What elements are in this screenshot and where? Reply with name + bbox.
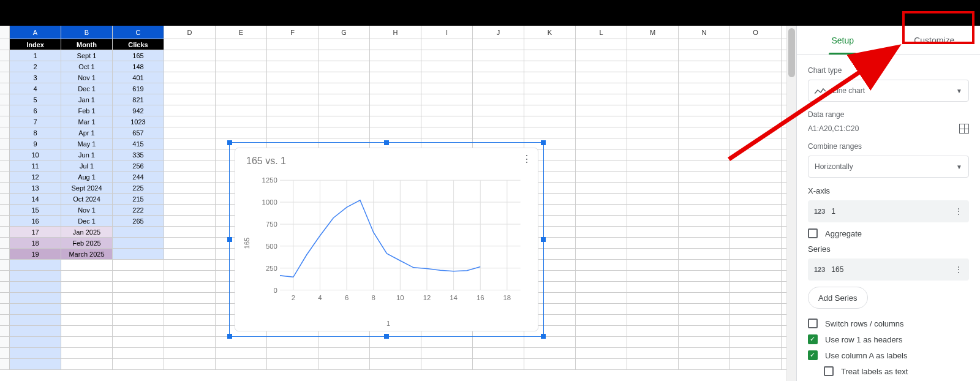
cell[interactable] xyxy=(627,72,679,83)
cell[interactable] xyxy=(524,50,576,61)
use-colA-checkbox[interactable] xyxy=(808,350,818,360)
cell[interactable] xyxy=(421,50,473,61)
cell[interactable]: 19 xyxy=(10,249,61,259)
cell[interactable]: 222 xyxy=(113,205,164,215)
col-header-D[interactable]: D xyxy=(164,26,216,39)
cell[interactable] xyxy=(627,172,679,182)
chart-card[interactable]: 165 vs. 1 ⋮ 165 1 0250500750100012502468… xyxy=(235,148,538,331)
cell[interactable] xyxy=(164,238,216,248)
cell[interactable] xyxy=(679,172,730,182)
cell[interactable] xyxy=(627,315,679,325)
cell[interactable] xyxy=(730,249,782,259)
cell[interactable] xyxy=(576,337,627,347)
cell[interactable] xyxy=(61,326,113,336)
cell[interactable]: 1023 xyxy=(113,116,164,127)
cell[interactable] xyxy=(576,72,627,83)
cell[interactable] xyxy=(730,271,782,281)
cell[interactable] xyxy=(679,271,730,281)
cell[interactable] xyxy=(267,39,318,50)
cell[interactable] xyxy=(267,61,318,72)
cell[interactable] xyxy=(576,149,627,160)
cell[interactable] xyxy=(627,348,679,358)
cell[interactable] xyxy=(164,194,216,204)
cell[interactable]: 244 xyxy=(113,172,164,182)
cell[interactable] xyxy=(576,50,627,61)
cell[interactable] xyxy=(164,348,216,358)
col-header-C[interactable]: C xyxy=(113,26,164,39)
cell[interactable] xyxy=(421,337,473,347)
cell[interactable]: 18 xyxy=(10,238,61,248)
cell[interactable] xyxy=(473,116,524,127)
cell[interactable] xyxy=(576,127,627,138)
cell[interactable] xyxy=(627,249,679,259)
cell[interactable] xyxy=(576,249,627,259)
cell[interactable]: 148 xyxy=(113,61,164,72)
resize-handle[interactable] xyxy=(227,237,232,242)
cell[interactable] xyxy=(730,326,782,336)
xaxis-chip[interactable]: 123 1 ⋮ xyxy=(808,200,969,222)
chart-menu-icon[interactable]: ⋮ xyxy=(522,153,532,165)
col-header-O[interactable]: O xyxy=(730,26,782,39)
cell[interactable]: Sept 2024 xyxy=(61,183,113,193)
cell[interactable] xyxy=(113,326,164,336)
cell[interactable] xyxy=(113,238,164,248)
col-header-K[interactable]: K xyxy=(524,26,576,39)
cell[interactable] xyxy=(318,72,370,83)
cell[interactable] xyxy=(421,116,473,127)
cell[interactable] xyxy=(421,39,473,50)
col-header-N[interactable]: N xyxy=(679,26,730,39)
cell[interactable] xyxy=(730,138,782,149)
cell[interactable] xyxy=(421,61,473,72)
cell[interactable] xyxy=(267,127,318,138)
cell[interactable]: 8 xyxy=(10,127,61,138)
cell[interactable] xyxy=(421,127,473,138)
cell[interactable] xyxy=(627,183,679,193)
cell[interactable] xyxy=(679,337,730,347)
cell[interactable]: Apr 1 xyxy=(61,127,113,138)
cell[interactable] xyxy=(318,127,370,138)
cell[interactable] xyxy=(113,304,164,314)
cell[interactable] xyxy=(730,160,782,171)
cell[interactable] xyxy=(164,359,216,369)
resize-handle[interactable] xyxy=(227,334,232,339)
cell[interactable] xyxy=(576,39,627,50)
cell[interactable] xyxy=(524,105,576,116)
cell[interactable] xyxy=(164,72,216,83)
cell[interactable] xyxy=(10,293,61,303)
cell[interactable] xyxy=(10,359,61,369)
cell[interactable] xyxy=(318,61,370,72)
cell[interactable] xyxy=(216,359,267,369)
cell[interactable] xyxy=(576,260,627,270)
cell[interactable] xyxy=(627,260,679,270)
series-chip[interactable]: 123 165 ⋮ xyxy=(808,258,969,281)
cell[interactable]: Dec 1 xyxy=(61,216,113,226)
cell[interactable] xyxy=(473,337,524,347)
cell[interactable]: 215 xyxy=(113,194,164,204)
cell[interactable] xyxy=(679,149,730,160)
cell[interactable] xyxy=(164,326,216,336)
cell[interactable] xyxy=(730,72,782,83)
cell[interactable] xyxy=(576,227,627,237)
cell[interactable] xyxy=(576,83,627,94)
cell[interactable] xyxy=(61,293,113,303)
cell[interactable] xyxy=(627,149,679,160)
cell[interactable]: 256 xyxy=(113,160,164,171)
cell[interactable] xyxy=(524,127,576,138)
cell[interactable] xyxy=(679,127,730,138)
cell[interactable] xyxy=(473,359,524,369)
cell[interactable] xyxy=(216,83,267,94)
cell[interactable] xyxy=(164,205,216,215)
cell[interactable] xyxy=(679,83,730,94)
cell[interactable] xyxy=(164,227,216,237)
cell[interactable] xyxy=(679,39,730,50)
cell[interactable] xyxy=(61,304,113,314)
cell[interactable] xyxy=(216,94,267,105)
cell[interactable] xyxy=(216,105,267,116)
cell[interactable] xyxy=(679,183,730,193)
cell[interactable] xyxy=(730,216,782,226)
col-header-M[interactable]: M xyxy=(627,26,679,39)
cell[interactable] xyxy=(318,337,370,347)
cell[interactable] xyxy=(267,50,318,61)
cell[interactable] xyxy=(576,315,627,325)
cell[interactable] xyxy=(318,83,370,94)
